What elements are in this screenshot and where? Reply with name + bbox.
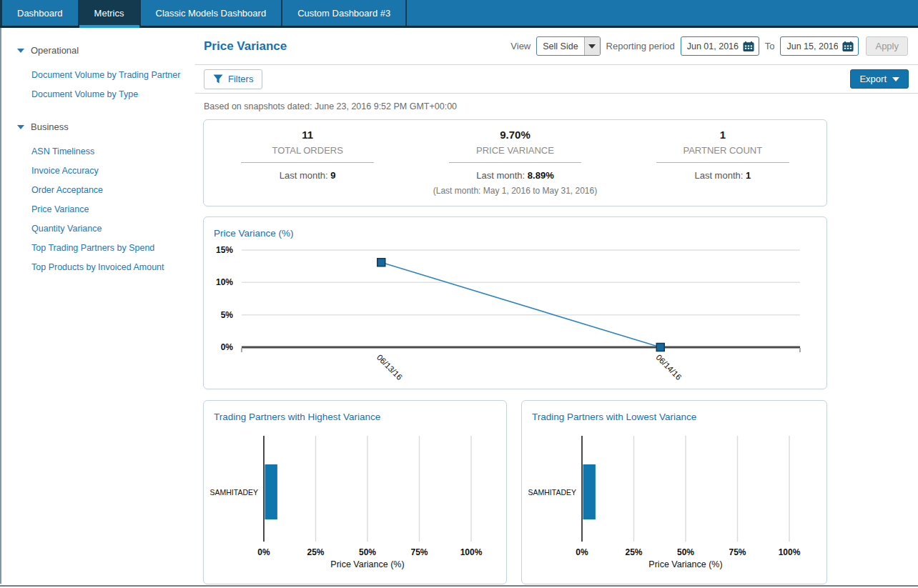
kpi-label: PARTNER COUNT	[656, 145, 789, 163]
chevron-down-icon	[17, 49, 24, 53]
svg-text:Price Variance (%): Price Variance (%)	[648, 559, 722, 569]
svg-text:06/13/16: 06/13/16	[375, 353, 404, 382]
view-label: View	[510, 41, 530, 51]
sidebar-item-quantity-variance[interactable]: Quantity Variance	[31, 219, 195, 239]
kpi-price-variance: 9.70% PRICE VARIANCE Last month: 8.89% (…	[411, 129, 618, 196]
sidebar: Operational Document Volume by Trading P…	[1, 28, 195, 584]
export-button-label: Export	[859, 74, 887, 84]
kpi-last-month-value: 9	[330, 170, 335, 181]
sidebar-item-document-volume-by-type[interactable]: Document Volume by Type	[31, 85, 195, 104]
svg-text:15%: 15%	[216, 245, 233, 255]
reporting-period-label: Reporting period	[606, 41, 675, 51]
kpi-total-orders: 11 TOTAL ORDERS Last month: 9	[204, 129, 411, 196]
date-from-field[interactable]	[681, 36, 759, 56]
nav-tab-classic-models-dashboard[interactable]: Classic Models Dashboard	[141, 0, 283, 26]
page-title: Price Variance	[204, 39, 287, 54]
dropdown-arrow-icon	[892, 77, 899, 81]
filters-button-label: Filters	[228, 74, 253, 84]
kpi-last-month: Last month: 9	[204, 170, 411, 181]
page-bottom-border	[0, 585, 918, 587]
svg-text:Price Variance (%): Price Variance (%)	[330, 559, 404, 569]
svg-text:5%: 5%	[221, 310, 234, 320]
kpi-label: TOTAL ORDERS	[241, 145, 374, 163]
kpi-last-month: Last month: 8.89%	[411, 170, 618, 181]
app-body: Operational Document Volume by Trading P…	[0, 28, 918, 584]
kpi-period-note: (Last month: May 1, 2016 to May 31, 2016…	[411, 186, 618, 196]
svg-text:SAMHITADEY: SAMHITADEY	[210, 488, 258, 497]
svg-text:0%: 0%	[576, 547, 588, 557]
svg-text:06/14/16: 06/14/16	[654, 353, 683, 382]
bar-charts-row: Trading Partners with Highest Variance 0…	[203, 400, 918, 584]
kpi-summary-card: 11 TOTAL ORDERS Last month: 9 9.70% PRIC…	[203, 119, 827, 206]
kpi-partner-count: 1 PARTNER COUNT Last month: 1	[619, 129, 826, 196]
lowest-variance-bar-chart: 0%25%50%75%100%SAMHITADEYPrice Variance …	[522, 401, 828, 585]
sidebar-item-top-products-by-invoiced-amount[interactable]: Top Products by Invoiced Amount	[31, 258, 195, 277]
sidebar-item-asn-timeliness[interactable]: ASN Timeliness	[31, 142, 195, 161]
kpi-value: 1	[619, 129, 826, 141]
filter-funnel-icon	[213, 74, 223, 84]
kpi-value: 11	[204, 129, 411, 141]
kpi-value: 9.70%	[411, 129, 618, 141]
snapshot-note: Based on snapshots dated: June 23, 2016 …	[195, 94, 918, 118]
svg-text:10%: 10%	[216, 277, 233, 287]
date-to-field[interactable]	[780, 36, 859, 56]
sidebar-section-operational-header[interactable]: Operational	[1, 41, 195, 60]
calendar-icon[interactable]	[842, 41, 854, 52]
price-variance-line-chart-card: Price Variance (%) 15%10%5%0%06/13/1606/…	[203, 216, 827, 389]
kpi-last-month: Last month: 1	[619, 170, 826, 181]
kpi-label: PRICE VARIANCE	[449, 145, 582, 163]
svg-text:75%: 75%	[729, 547, 746, 557]
view-dropdown-button[interactable]	[584, 37, 600, 55]
sidebar-item-invoice-accuracy[interactable]: Invoice Accuracy	[31, 161, 195, 181]
kpi-last-month-label: Last month:	[476, 170, 525, 181]
svg-text:75%: 75%	[410, 547, 428, 557]
dropdown-arrow-icon	[588, 44, 596, 49]
nav-tab-metrics[interactable]: Metrics	[79, 0, 141, 26]
view-dropdown-value: Sell Side	[537, 37, 583, 55]
svg-text:50%: 50%	[677, 547, 694, 557]
highest-variance-bar-chart: 0%25%50%75%100%SAMHITADEYPrice Variance …	[204, 401, 508, 585]
date-from-input[interactable]	[687, 41, 739, 51]
main-content: Price Variance View Sell Side Reporting …	[195, 28, 918, 584]
nav-tab-custom-dashboard-3[interactable]: Custom Dashboard #3	[282, 0, 407, 26]
svg-text:100%: 100%	[460, 547, 483, 557]
lowest-variance-chart-card: Trading Partners with Lowest Variance 0%…	[521, 400, 827, 584]
apply-button[interactable]: Apply	[866, 36, 908, 56]
sidebar-business-items: ASN Timeliness Invoice Accuracy Order Ac…	[1, 136, 195, 277]
sidebar-section-label: Business	[31, 121, 69, 132]
highest-variance-chart-card: Trading Partners with Highest Variance 0…	[203, 400, 507, 584]
svg-text:100%: 100%	[779, 547, 801, 557]
sidebar-section-business: Business ASN Timeliness Invoice Accuracy…	[1, 117, 195, 277]
page-header: Price Variance View Sell Side Reporting …	[195, 28, 918, 65]
sidebar-section-label: Operational	[31, 45, 79, 56]
sidebar-section-business-header[interactable]: Business	[1, 117, 195, 136]
date-to-input[interactable]	[786, 41, 838, 51]
toolbar-row: Filters Export	[195, 65, 918, 94]
svg-text:SAMHITADEY: SAMHITADEY	[528, 488, 576, 497]
sidebar-item-document-volume-by-trading-partner[interactable]: Document Volume by Trading Partner	[31, 66, 195, 85]
svg-text:0%: 0%	[257, 547, 270, 557]
svg-text:50%: 50%	[359, 547, 376, 557]
kpi-last-month-label: Last month:	[694, 170, 743, 181]
sidebar-operational-items: Document Volume by Trading Partner Docum…	[1, 60, 195, 104]
svg-text:25%: 25%	[307, 547, 324, 557]
kpi-last-month-label: Last month:	[280, 170, 328, 181]
top-navbar: Dashboard Metrics Classic Models Dashboa…	[0, 0, 918, 28]
export-button[interactable]: Export	[850, 69, 909, 89]
filters-button[interactable]: Filters	[204, 69, 262, 89]
kpi-last-month-value: 1	[746, 170, 751, 181]
sidebar-item-price-variance[interactable]: Price Variance	[31, 200, 195, 219]
chevron-down-icon	[17, 125, 24, 129]
svg-text:0%: 0%	[221, 342, 234, 352]
svg-text:25%: 25%	[625, 547, 642, 557]
kpi-last-month-value: 8.89%	[528, 170, 554, 181]
sidebar-item-order-acceptance[interactable]: Order Acceptance	[31, 181, 195, 200]
sidebar-item-top-trading-partners-by-spend[interactable]: Top Trading Partners by Spend	[31, 239, 195, 258]
calendar-icon[interactable]	[743, 41, 754, 52]
nav-tab-dashboard[interactable]: Dashboard	[0, 0, 79, 26]
view-dropdown[interactable]: Sell Side	[536, 36, 600, 56]
price-variance-line-chart: 15%10%5%0%06/13/1606/14/16	[204, 237, 828, 389]
to-label: To	[765, 41, 775, 51]
sidebar-section-operational: Operational Document Volume by Trading P…	[1, 41, 195, 104]
